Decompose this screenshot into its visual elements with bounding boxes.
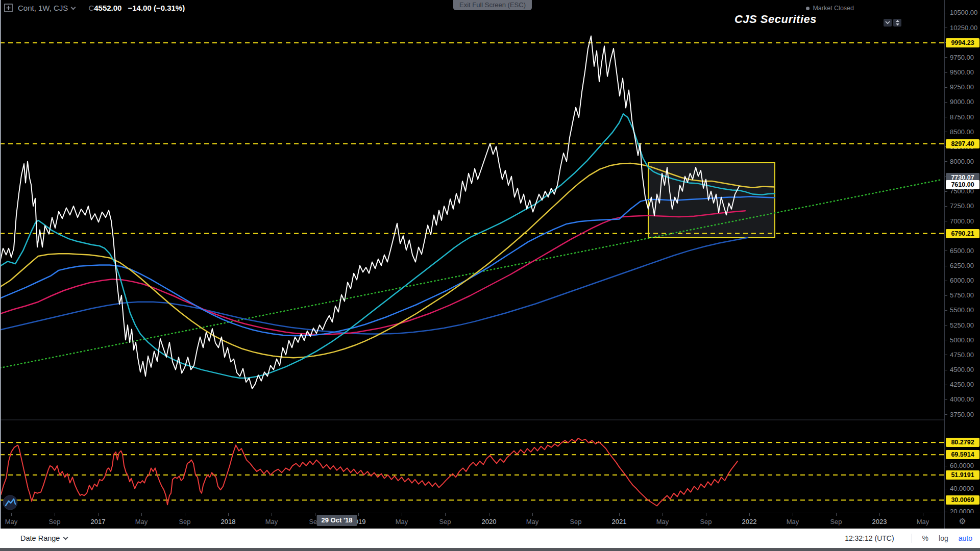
- price-tick-mark: [945, 251, 947, 251]
- chevron-down-icon[interactable]: [71, 5, 76, 10]
- time-tick-mark: [619, 513, 620, 516]
- oscillator-level-badge: 80.2792: [946, 438, 979, 447]
- close-prefix: C: [88, 4, 94, 12]
- price-axis[interactable]: 10500.0010250.0010000.009750.009500.0092…: [944, 0, 980, 513]
- auto-scale-button[interactable]: auto: [959, 534, 972, 542]
- time-tick-mark: [228, 513, 229, 516]
- series-price-white: [0, 36, 739, 389]
- time-tick-label: Sep: [570, 518, 581, 525]
- price-tick-label: 5250.00: [950, 321, 974, 329]
- collapse-pane-button[interactable]: [884, 19, 892, 27]
- oscillator-tick-label: 40.0000: [950, 485, 974, 492]
- chart-canvas[interactable]: [0, 0, 944, 529]
- time-tick-label: 2017: [91, 518, 106, 525]
- oscillator-tick-mark: [945, 512, 947, 512]
- price-tick-label: 7250.00: [950, 202, 974, 210]
- up-down-arrows-icon: [895, 20, 900, 26]
- time-tick-label: May: [5, 518, 18, 525]
- percent-scale-button[interactable]: %: [922, 534, 928, 542]
- price-tick-label: 5750.00: [950, 291, 974, 299]
- date-range-button[interactable]: Date Range: [20, 534, 67, 542]
- add-compare-icon[interactable]: [4, 4, 13, 12]
- series-ma-cyan: [0, 114, 775, 378]
- time-tick-mark: [489, 513, 489, 516]
- price-tick-mark: [945, 102, 947, 103]
- pane-buttons: [884, 19, 901, 27]
- price-tick-mark: [945, 355, 947, 355]
- time-tick-label: Sep: [439, 518, 451, 525]
- trading-chart-window: Cont, 1W, CJS C 4552.00 −14.00 (−0.31%) …: [0, 0, 980, 551]
- last-price-value: 4552.00: [94, 4, 121, 12]
- axis-settings-corner: ⚙: [944, 513, 980, 529]
- price-tick-label: 4000.00: [950, 395, 974, 403]
- time-tick-mark: [272, 513, 272, 516]
- price-tick-label: 4750.00: [950, 351, 974, 359]
- market-status: Market Closed: [806, 5, 854, 12]
- log-scale-button[interactable]: log: [939, 534, 948, 542]
- time-tick-mark: [793, 513, 793, 516]
- time-tick-mark: [879, 513, 880, 516]
- price-tick-mark: [945, 325, 947, 325]
- oscillator-tick-label: 60.0000: [950, 462, 974, 469]
- time-tick-mark: [576, 513, 576, 516]
- time-tick-label: May: [656, 518, 669, 525]
- time-tick-label: 2018: [221, 518, 236, 525]
- time-tick-label: 2022: [742, 518, 757, 525]
- gear-icon[interactable]: ⚙: [959, 516, 966, 526]
- time-tick-mark: [445, 513, 446, 516]
- time-tick-mark: [532, 513, 533, 516]
- price-tick-mark: [945, 132, 947, 132]
- price-tick-label: 6000.00: [950, 277, 974, 284]
- crosshair-price-badge: 7610.00: [946, 180, 979, 189]
- time-tick-mark: [749, 513, 750, 516]
- bottom-toolbar: Date Range 12:32:12 (UTC) % log auto: [0, 529, 980, 548]
- price-tick-mark: [945, 191, 947, 192]
- price-tick-label: 4500.00: [950, 366, 974, 373]
- price-tick-mark: [945, 117, 947, 117]
- price-tick-mark: [945, 28, 947, 28]
- clock[interactable]: 12:32:12 (UTC): [845, 534, 894, 542]
- price-tick-label: 3750.00: [950, 411, 974, 418]
- price-tick-mark: [945, 295, 947, 296]
- time-tick-mark: [185, 513, 185, 516]
- time-axis[interactable]: MaySep2017MaySep2018MaySep2019MaySep2020…: [0, 513, 944, 529]
- oscillator-level-badge: 69.5914: [946, 450, 979, 459]
- time-tick-mark: [836, 513, 837, 516]
- price-tick-label: 9500.00: [950, 68, 974, 76]
- scale-controls: 12:32:12 (UTC) % log auto: [845, 534, 972, 543]
- price-tick-label: 8000.00: [950, 158, 974, 165]
- time-tick-label: Sep: [830, 518, 842, 525]
- time-tick-label: May: [265, 518, 278, 525]
- exit-fullscreen-tooltip: Exit Full Screen (ESC): [453, 0, 532, 10]
- time-tick-label: 2021: [612, 518, 627, 525]
- price-level-badge: 8297.40: [946, 139, 979, 148]
- time-tick-mark: [358, 513, 359, 516]
- crosshair-time-badge: 29 Oct '18: [317, 515, 357, 526]
- market-status-label: Market Closed: [813, 5, 854, 12]
- symbol-title[interactable]: Cont, 1W, CJS: [18, 4, 68, 12]
- time-tick-label: May: [787, 518, 799, 525]
- indicator-logo[interactable]: [3, 495, 18, 512]
- chevron-down-icon: [63, 535, 68, 540]
- price-tick-mark: [945, 13, 947, 13]
- price-tick-mark: [945, 161, 947, 162]
- price-tick-mark: [945, 340, 947, 340]
- time-tick-mark: [55, 513, 55, 516]
- price-tick-label: 7000.00: [950, 217, 974, 225]
- time-tick-mark: [923, 513, 923, 516]
- market-status-dot-icon: [806, 7, 810, 10]
- price-tick-mark: [945, 206, 947, 207]
- brand-watermark: CJS Securities: [734, 13, 817, 26]
- time-tick-mark: [315, 513, 315, 516]
- price-tick-label: 5000.00: [950, 336, 974, 344]
- time-tick-mark: [141, 513, 142, 516]
- price-level-badge: 9994.23: [946, 38, 979, 47]
- maximize-pane-button[interactable]: [893, 19, 901, 27]
- chevron-down-icon: [885, 21, 890, 24]
- date-range-label: Date Range: [20, 534, 60, 542]
- oscillator-tick-mark: [945, 489, 947, 489]
- price-tick-mark: [945, 399, 947, 400]
- price-tick-mark: [945, 370, 947, 370]
- time-tick-mark: [402, 513, 402, 516]
- series-oscillator: [1, 438, 738, 506]
